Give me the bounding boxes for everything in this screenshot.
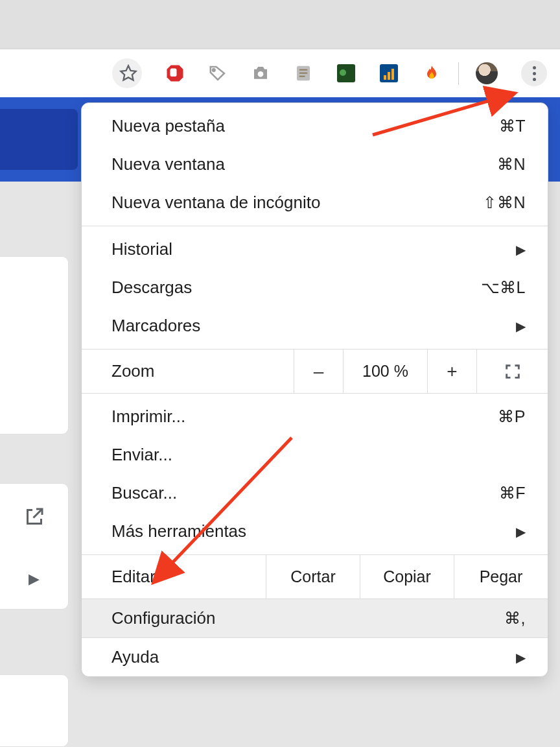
menu-shortcut: ⌘T: [499, 117, 526, 136]
star-icon: [119, 64, 138, 83]
sidebar-card-fragment-1: [0, 256, 69, 434]
fire-extension-icon[interactable]: [422, 64, 441, 83]
menu-item-edit-row: Editar Cortar Copiar Pegar: [82, 554, 548, 599]
notes-extension-icon[interactable]: [294, 64, 313, 83]
menu-item-new-incognito[interactable]: Nueva ventana de incógnito ⇧⌘N: [82, 184, 548, 222]
menu-item-help[interactable]: Ayuda ▶: [82, 638, 548, 676]
chevron-right-icon: ▶: [516, 524, 526, 540]
bookmark-star-button[interactable]: [112, 58, 142, 88]
sidebar-card-fragment-2: ▶: [0, 483, 69, 610]
menu-label: Configuración: [111, 608, 215, 628]
menu-item-history[interactable]: Historial ▶: [82, 230, 548, 268]
chrome-main-menu: Nueva pestaña ⌘T Nueva ventana ⌘N Nueva …: [81, 102, 548, 677]
menu-shortcut: ⌥⌘L: [481, 278, 526, 297]
camera-extension-icon[interactable]: [251, 64, 270, 83]
menu-label: Más herramientas: [111, 521, 246, 541]
edit-copy-button[interactable]: Copiar: [360, 555, 454, 599]
browser-toolbar: [0, 49, 560, 97]
green-extension-icon[interactable]: [336, 64, 356, 83]
tag-extension-icon[interactable]: [208, 64, 228, 83]
menu-label: Nueva pestaña: [111, 116, 225, 136]
edit-label: Editar: [82, 555, 266, 599]
zoom-out-button[interactable]: –: [294, 350, 343, 393]
menu-item-new-tab[interactable]: Nueva pestaña ⌘T: [82, 107, 548, 145]
fullscreen-button[interactable]: [476, 350, 548, 393]
edit-paste-button[interactable]: Pegar: [454, 555, 548, 599]
fullscreen-icon: [504, 362, 522, 381]
menu-label: Imprimir...: [111, 407, 185, 427]
chevron-right-icon: ▶: [516, 242, 526, 257]
svg-point-3: [213, 69, 215, 71]
menu-label: Nueva ventana de incógnito: [111, 193, 320, 213]
zoom-label: Zoom: [82, 350, 294, 393]
svg-marker-0: [121, 65, 135, 80]
menu-item-more-tools[interactable]: Más herramientas ▶: [82, 512, 548, 551]
chrome-menu-button[interactable]: [521, 60, 547, 86]
menu-shortcut: ⌘N: [497, 155, 526, 174]
svg-rect-7: [299, 73, 308, 74]
menu-item-new-window[interactable]: Nueva ventana ⌘N: [82, 145, 548, 184]
menu-item-settings[interactable]: Configuración ⌘,: [82, 599, 548, 637]
chevron-right-icon: ▶: [516, 650, 526, 665]
svg-rect-6: [299, 69, 308, 71]
menu-label: Nueva ventana: [111, 154, 225, 174]
menu-label: Marcadores: [111, 316, 200, 336]
chevron-right-icon: ▶: [516, 318, 526, 334]
menu-item-find[interactable]: Buscar... ⌘F: [82, 474, 548, 512]
menu-item-zoom: Zoom – 100 % +: [82, 350, 548, 393]
open-in-new-icon[interactable]: [23, 505, 46, 528]
menu-label: Ayuda: [111, 647, 159, 667]
menu-label: Historial: [111, 239, 172, 259]
vertical-dots-icon: [533, 66, 536, 81]
adblock-extension-icon[interactable]: [165, 64, 185, 83]
window-chrome-top: [0, 0, 560, 49]
edit-cut-button[interactable]: Cortar: [266, 555, 360, 599]
toolbar-separator: [458, 62, 459, 85]
analytics-extension-icon[interactable]: [379, 64, 399, 83]
menu-label: Enviar...: [111, 445, 172, 465]
menu-shortcut: ⌘F: [499, 484, 526, 503]
sidebar-card-fragment-3: [0, 674, 69, 747]
chevron-right-icon[interactable]: ▶: [29, 571, 40, 587]
menu-shortcut: ⌘P: [498, 407, 526, 426]
menu-item-downloads[interactable]: Descargas ⌥⌘L: [82, 268, 548, 307]
menu-label: Buscar...: [111, 483, 177, 503]
zoom-value: 100 %: [343, 350, 427, 393]
svg-rect-2: [170, 69, 177, 77]
menu-shortcut: ⇧⌘N: [483, 193, 526, 212]
menu-item-send[interactable]: Enviar...: [82, 436, 548, 474]
menu-item-print[interactable]: Imprimir... ⌘P: [82, 397, 548, 436]
profile-avatar[interactable]: [476, 62, 498, 84]
menu-shortcut: ⌘,: [504, 609, 526, 628]
menu-item-bookmarks[interactable]: Marcadores ▶: [82, 307, 548, 345]
zoom-in-button[interactable]: +: [427, 350, 476, 393]
menu-label: Descargas: [111, 278, 192, 298]
svg-rect-8: [299, 76, 305, 77]
svg-point-4: [258, 71, 264, 77]
